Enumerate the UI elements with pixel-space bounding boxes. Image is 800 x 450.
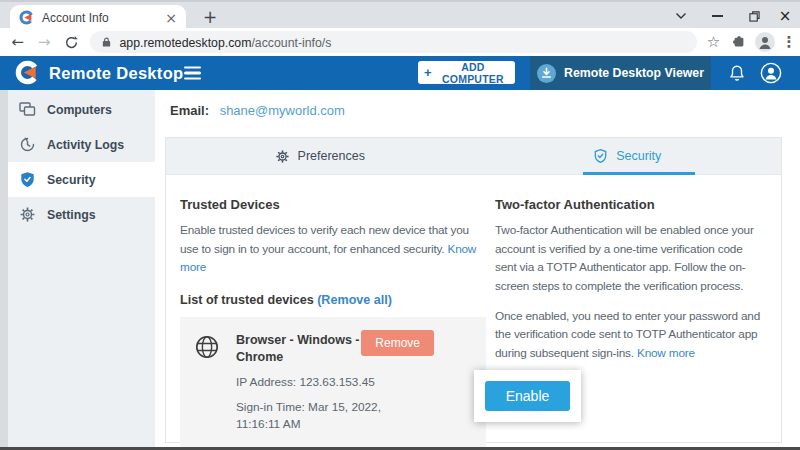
address-bar[interactable]: app.remotedesktop.com/account-info/s [90, 31, 696, 53]
main-content: Email: shane@myworld.com Preferences [155, 90, 800, 447]
brand-title: Remote Desktop [49, 64, 183, 83]
browser-toolbar: ← → app.remotedesktop.com/account-info/s… [0, 28, 800, 56]
download-icon [537, 64, 556, 83]
two-factor-know-more-link[interactable]: Know more [637, 346, 695, 360]
panel-body: Trusted Devices Enable trusted devices t… [166, 175, 781, 449]
account-avatar-icon[interactable] [760, 62, 782, 84]
device-name: Browser - Windows - Chrome [236, 332, 368, 367]
preferences-gear-icon [275, 149, 290, 164]
sidebar-item-settings[interactable]: Settings [8, 197, 155, 232]
bookmark-star-icon[interactable]: ☆ [701, 33, 727, 51]
url-path: /account-info/s [251, 36, 331, 50]
app-header: Remote Desktop + ADD COMPUTER Remote Des… [0, 56, 800, 90]
device-ip: IP Address: 123.63.153.45 [236, 374, 404, 392]
two-factor-paragraph-2: Once enabled, you need to enter your pas… [495, 307, 767, 363]
sidebar-item-activity-logs[interactable]: Activity Logs [8, 127, 155, 162]
two-factor-section: Two-factor Authentication Two-factor Aut… [495, 189, 767, 449]
remote-desktop-favicon-icon [19, 10, 34, 25]
remote-desktop-viewer-button[interactable]: Remote Desktop Viewer [530, 56, 711, 90]
tab-security[interactable]: Security [474, 138, 782, 174]
remove-all-link[interactable]: (Remove all) [317, 293, 392, 307]
globe-icon [194, 334, 220, 434]
remote-desktop-logo-icon [15, 60, 40, 85]
two-factor-paragraph-1: Two-factor Authentication will be enable… [495, 221, 767, 296]
lock-icon [101, 36, 112, 48]
browser-menu-icon[interactable]: ⋮ [778, 33, 800, 51]
security-shield-icon [593, 148, 608, 164]
trusted-devices-title: Trusted Devices [180, 197, 486, 212]
enable-button-highlight: Enable [474, 370, 581, 422]
email-value[interactable]: shane@myworld.com [220, 103, 345, 118]
device-signin-time: Sign-in Time: Mar 15, 2022, 11:16:11 AM [236, 399, 404, 434]
browser-tab-strip: Account Info × + × [0, 0, 800, 28]
window-restore-button[interactable] [740, 2, 768, 30]
plus-icon: + [424, 65, 432, 80]
forward-button[interactable]: → [31, 33, 58, 51]
reload-button[interactable] [58, 35, 85, 50]
email-label: Email: [170, 103, 209, 118]
tab-title: Account Info [42, 11, 157, 25]
tab-close-icon[interactable]: × [165, 11, 177, 25]
account-panel: Preferences Security Trusted Devices [165, 137, 782, 443]
trusted-list-label: List of trusted devices (Remove all) [180, 293, 486, 307]
enable-two-factor-button[interactable]: Enable [485, 381, 570, 411]
notifications-bell-icon[interactable] [728, 64, 746, 83]
sidebar: Computers Activity Logs Security [0, 90, 155, 447]
extensions-puzzle-icon[interactable] [726, 35, 752, 49]
browser-profile-avatar[interactable] [752, 32, 778, 52]
back-button[interactable]: ← [4, 33, 31, 51]
sidebar-item-computers[interactable]: Computers [8, 92, 155, 127]
remove-device-button[interactable]: Remove [361, 330, 434, 356]
trusted-device-card: Browser - Windows - Chrome IP Address: 1… [180, 317, 486, 449]
browser-tab[interactable]: Account Info × [10, 5, 186, 30]
url-domain: app.remotedesktop.com [119, 36, 251, 50]
panel-tab-bar: Preferences Security [166, 138, 781, 175]
new-tab-button[interactable]: + [198, 5, 222, 29]
history-clock-icon [19, 136, 36, 153]
hamburger-menu-icon[interactable] [184, 63, 201, 82]
gear-icon [19, 206, 36, 223]
computers-icon [19, 101, 36, 118]
two-factor-title: Two-factor Authentication [495, 197, 767, 212]
trusted-devices-description: Enable trusted devices to verify each ne… [180, 221, 486, 277]
window-minimize-button[interactable] [702, 2, 732, 30]
add-computer-button[interactable]: + ADD COMPUTER [418, 61, 515, 84]
sidebar-item-security[interactable]: Security [8, 162, 155, 197]
tab-preferences[interactable]: Preferences [166, 138, 474, 174]
window-close-button[interactable]: × [770, 2, 800, 30]
shield-check-icon [19, 171, 36, 188]
email-row: Email: shane@myworld.com [170, 103, 345, 118]
trusted-devices-section: Trusted Devices Enable trusted devices t… [180, 189, 486, 449]
screenshot-root: Account Info × + × ← → app.remotedeskto [0, 0, 800, 450]
viewer-label: Remote Desktop Viewer [564, 66, 704, 80]
tab-search-chevron-icon[interactable] [666, 2, 696, 30]
